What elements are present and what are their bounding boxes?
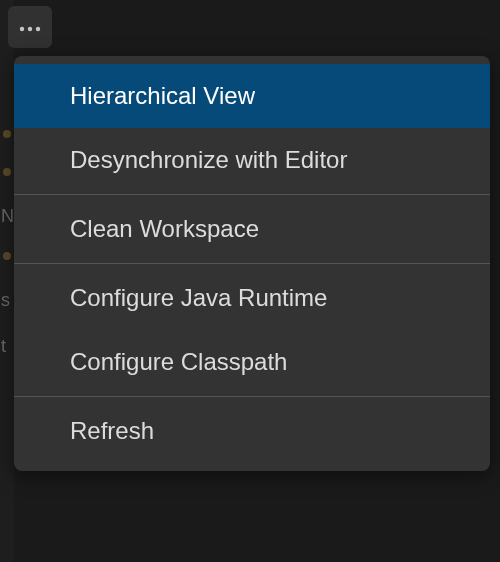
sidebar-dot: [3, 168, 11, 176]
menu-item-configure-java-runtime[interactable]: Configure Java Runtime: [14, 266, 490, 330]
more-actions-button[interactable]: [8, 6, 52, 48]
svg-point-1: [28, 27, 32, 31]
menu-separator: [14, 194, 490, 195]
menu-separator: [14, 263, 490, 264]
menu-item-desync-editor[interactable]: Desynchronize with Editor: [14, 128, 490, 192]
sidebar-char: s: [1, 290, 14, 311]
sidebar-char: t: [1, 336, 14, 357]
context-menu: Hierarchical ViewDesynchronize with Edit…: [14, 56, 490, 471]
ellipsis-icon: [19, 18, 41, 36]
svg-point-2: [36, 27, 40, 31]
menu-item-hierarchical-view[interactable]: Hierarchical View: [14, 64, 490, 128]
sidebar-strip: N s t: [0, 0, 14, 562]
sidebar-dot: [3, 252, 11, 260]
menu-item-configure-classpath[interactable]: Configure Classpath: [14, 330, 490, 394]
svg-point-0: [20, 27, 24, 31]
menu-item-refresh[interactable]: Refresh: [14, 399, 490, 463]
sidebar-dot: [3, 130, 11, 138]
menu-separator: [14, 396, 490, 397]
menu-item-clean-workspace[interactable]: Clean Workspace: [14, 197, 490, 261]
sidebar-char: N: [1, 206, 14, 227]
